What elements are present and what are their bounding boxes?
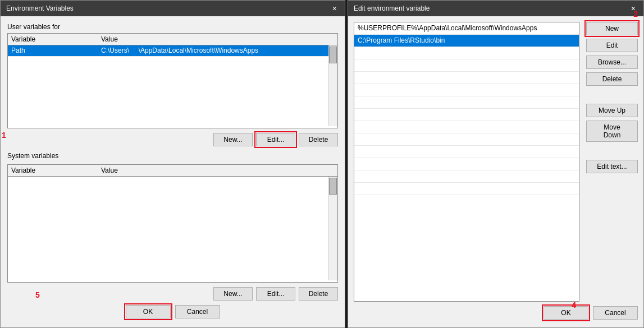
annotation-5: 5	[35, 290, 40, 299]
env-list-row-empty-10	[354, 158, 579, 170]
sys-col-value-header: Value	[101, 167, 334, 174]
env-row-value: %USERPROFILE%\AppData\Local\Microsoft\Wi…	[358, 24, 537, 32]
user-button-row: 1 New... Edit... Delete	[7, 133, 338, 146]
right-delete-button[interactable]: Delete	[586, 72, 638, 86]
sys-col-variable-header: Variable	[11, 167, 101, 174]
right-dialog-title: Edit environment variable	[354, 4, 430, 12]
row-variable: Path	[11, 47, 101, 55]
env-row-value-selected: C:\Program Files\RStudio\bin	[358, 36, 445, 44]
left-cancel-button[interactable]: Cancel	[175, 305, 220, 318]
left-bottom-row: 5 OK Cancel	[7, 301, 338, 321]
system-table-body	[8, 177, 337, 280]
user-table-body: Path C:\Users\ \AppData\Local\Microsoft\…	[8, 45, 337, 126]
system-delete-button[interactable]: Delete	[299, 287, 338, 301]
left-dialog-title: Environment Variables	[6, 4, 74, 12]
spacer	[586, 89, 638, 100]
right-ok-button[interactable]: OK	[543, 306, 588, 320]
env-list-row-empty-9	[354, 146, 579, 158]
env-variables-dialog: Environment Variables × User variables f…	[0, 0, 345, 328]
env-list-row-empty-4	[354, 84, 579, 96]
system-table-header: Variable Value	[8, 165, 337, 177]
left-dialog-body: User variables for Variable Value Path C…	[1, 16, 345, 327]
right-move-down-button[interactable]: Move Down	[586, 121, 638, 142]
sys-scrollbar-track[interactable]	[328, 177, 337, 280]
spacer2	[586, 145, 638, 156]
env-list-row-empty-11	[354, 170, 579, 183]
right-edit-text-button[interactable]: Edit text...	[586, 160, 638, 173]
right-browse-button[interactable]: Browse...	[586, 56, 638, 69]
user-delete-button[interactable]: Delete	[299, 133, 338, 146]
left-titlebar: Environment Variables ×	[1, 1, 345, 16]
env-list-row-empty-6	[354, 109, 579, 121]
right-titlebar: Edit environment variable ×	[348, 1, 643, 16]
right-cancel-button[interactable]: Cancel	[593, 306, 638, 320]
right-edit-button[interactable]: Edit	[586, 39, 638, 52]
system-section-label: System variables	[7, 152, 338, 160]
env-list-row-empty-5	[354, 96, 579, 109]
col-variable-header: Variable	[11, 35, 101, 43]
user-table-header: Variable Value	[8, 34, 337, 45]
system-vars-table: Variable Value	[7, 164, 338, 283]
sys-scrollbar-thumb[interactable]	[329, 178, 337, 195]
right-new-button[interactable]: New	[586, 22, 638, 35]
env-list-row-selected[interactable]: C:\Program Files\RStudio\bin	[354, 35, 579, 47]
system-vars-section: System variables Variable Value New... E…	[7, 146, 338, 301]
env-list-row-empty-1	[354, 47, 579, 59]
user-vars-table: Variable Value Path C:\Users\ \AppData\L…	[7, 33, 338, 128]
user-vars-section: User variables for Variable Value Path C…	[7, 23, 338, 146]
scrollbar-track[interactable]	[328, 45, 337, 126]
annotation-4: 4	[572, 301, 576, 309]
right-content: 3 %USERPROFILE%\AppData\Local\Microsoft\…	[354, 22, 638, 302]
left-close-button[interactable]: ×	[330, 4, 339, 12]
right-move-up-button[interactable]: Move Up	[586, 104, 638, 117]
user-edit-button[interactable]: Edit...	[256, 133, 295, 146]
scrollbar-thumb[interactable]	[329, 47, 337, 63]
annotation-1: 1	[2, 131, 6, 140]
user-section-label: User variables for	[7, 23, 338, 31]
system-button-row: New... Edit... Delete	[7, 287, 338, 301]
annotation-2: 2	[633, 10, 638, 19]
env-list-container: 3 %USERPROFILE%\AppData\Local\Microsoft\…	[354, 22, 579, 302]
right-bottom-row: 4 OK Cancel	[354, 302, 638, 322]
edit-env-dialog: Edit environment variable × 3 %USERPROFI…	[348, 0, 644, 328]
user-new-button[interactable]: New...	[213, 133, 253, 146]
table-row[interactable]: Path C:\Users\ \AppData\Local\Microsoft\…	[8, 45, 337, 57]
right-side-buttons: 2 New Edit Browse... Delete Move Up Move…	[582, 22, 638, 302]
row-value: C:\Users\ \AppData\Local\Microsoft\Windo…	[101, 47, 334, 55]
system-new-button[interactable]: New...	[213, 287, 253, 301]
env-list-row-empty-12	[354, 183, 579, 195]
env-list-row-empty-2	[354, 59, 579, 72]
right-dialog-body: 3 %USERPROFILE%\AppData\Local\Microsoft\…	[348, 16, 643, 327]
env-list-row-empty-3	[354, 72, 579, 84]
col-value-header: Value	[101, 35, 334, 43]
env-list-row-empty-8	[354, 133, 579, 146]
env-list-row[interactable]: %USERPROFILE%\AppData\Local\Microsoft\Wi…	[354, 22, 579, 35]
left-ok-button[interactable]: OK	[126, 305, 171, 318]
env-list-row-empty-7	[354, 121, 579, 133]
system-edit-button[interactable]: Edit...	[256, 287, 295, 301]
